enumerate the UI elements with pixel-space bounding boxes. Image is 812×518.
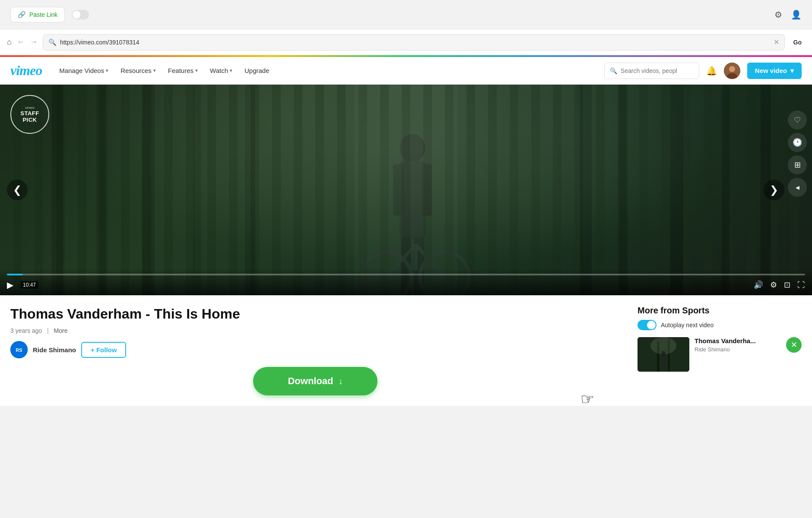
settings-icon: ⚙	[774, 10, 782, 19]
captions-icon: ⊡	[784, 281, 790, 289]
prev-icon: ❮	[13, 184, 22, 196]
share-icon: ◂	[796, 183, 799, 192]
upgrade-nav[interactable]: Upgrade	[239, 63, 275, 78]
url-input[interactable]	[60, 39, 770, 46]
features-nav[interactable]: Features ▾	[163, 63, 203, 78]
resources-nav[interactable]: Resources ▾	[115, 63, 161, 78]
back-icon[interactable]: ←	[17, 38, 25, 47]
prev-video-button[interactable]: ❮	[7, 180, 28, 200]
progress-fill	[7, 274, 23, 275]
next-video-button[interactable]: ❯	[764, 180, 784, 200]
toggle-button[interactable]	[72, 10, 89, 19]
svg-rect-7	[193, 85, 201, 295]
resources-chevron: ▾	[153, 68, 156, 73]
url-bar: 🔍 ✕	[43, 34, 785, 51]
video-age: 3 years ago	[10, 327, 42, 334]
resources-label: Resources	[121, 67, 152, 74]
follow-button[interactable]: + Follow	[81, 342, 126, 358]
side-icons: ♡ 🕐 ⊞ ◂	[788, 111, 807, 197]
features-label: Features	[168, 67, 193, 74]
collections-button[interactable]: ⊞	[788, 155, 807, 174]
below-video: Thomas Vanderham - This Is Home 3 years …	[0, 295, 812, 406]
autoplay-label: Autoplay next video	[661, 322, 714, 328]
watch-later-button[interactable]: 🕐	[788, 133, 807, 152]
link-icon: 🔗	[18, 11, 26, 19]
video-more-link[interactable]: More	[54, 327, 68, 334]
next-video-thumbnail[interactable]	[638, 337, 689, 372]
new-video-label: New video	[755, 67, 787, 74]
svg-rect-10	[619, 85, 628, 295]
channel-name: Ride Shimano	[33, 346, 76, 354]
svg-rect-34	[661, 356, 666, 367]
next-video-card: Thomas Vanderha... Ride Shimano ✕	[638, 337, 802, 372]
go-button[interactable]: Go	[790, 39, 805, 46]
download-button[interactable]: Download ↓	[253, 367, 377, 395]
notification-bell[interactable]: 🔔	[706, 66, 717, 76]
play-button[interactable]: ▶	[7, 280, 13, 290]
nav-search-icon: 🔍	[610, 67, 617, 74]
controls-row: ▶ 10:47 🔊 ⚙ ⊡ ⛶	[7, 280, 805, 290]
more-from-sports: More from Sports Autoplay next video	[638, 306, 802, 395]
next-video-title[interactable]: Thomas Vanderha...	[695, 337, 781, 344]
svg-rect-18	[393, 164, 403, 215]
video-player[interactable]: vimeo STAFFPICK ♡ 🕐 ⊞ ◂ ❮ ❯	[0, 85, 812, 295]
paste-link-button[interactable]: 🔗 Paste Link	[10, 7, 65, 22]
manage-videos-label: Manage Videos	[59, 67, 104, 74]
watch-nav[interactable]: Watch ▾	[205, 63, 238, 78]
top-bar-right: ⚙ 👤	[774, 9, 802, 20]
volume-icon: 🔊	[754, 281, 763, 289]
autoplay-toggle[interactable]	[638, 320, 657, 330]
fullscreen-button[interactable]: ⛶	[797, 281, 805, 290]
close-button[interactable]: ✕	[786, 337, 802, 353]
captions-button[interactable]: ⊡	[784, 280, 790, 290]
video-meta: 3 years ago | More	[10, 327, 620, 334]
svg-rect-8	[245, 85, 255, 295]
settings-icon-button[interactable]: ⚙	[774, 9, 782, 20]
search-icon: 🔍	[48, 38, 57, 46]
svg-rect-19	[422, 164, 432, 215]
next-icon: ❯	[770, 184, 778, 196]
controls-right: 🔊 ⚙ ⊡ ⛶	[754, 280, 805, 290]
home-icon[interactable]: ⌂	[7, 38, 12, 47]
nav-links: Manage Videos ▾ Resources ▾ Features ▾ W…	[54, 63, 274, 78]
new-video-button[interactable]: New video ▾	[747, 63, 802, 79]
volume-button[interactable]: 🔊	[754, 280, 763, 290]
download-icon: ↓	[339, 376, 343, 386]
vimeo-nav: vimeo Manage Videos ▾ Resources ▾ Featur…	[0, 57, 812, 85]
like-button[interactable]: ♡	[788, 111, 807, 130]
svg-rect-4	[51, 85, 63, 295]
svg-rect-6	[142, 85, 155, 295]
staff-pick-text: STAFFPICK	[20, 111, 39, 123]
video-controls: ▶ 10:47 🔊 ⚙ ⊡ ⛶	[0, 268, 812, 295]
svg-rect-5	[97, 85, 106, 295]
user-avatar[interactable]	[724, 63, 740, 79]
video-settings-icon: ⚙	[770, 281, 777, 289]
nav-search-input[interactable]	[621, 67, 696, 74]
search-box[interactable]: 🔍	[604, 63, 699, 79]
close-icon: ✕	[791, 340, 797, 350]
video-info: Thomas Vanderham - This Is Home 3 years …	[10, 306, 620, 395]
profile-icon-button[interactable]: 👤	[791, 9, 802, 20]
video-background: vimeo STAFFPICK ♡ 🕐 ⊞ ◂ ❮ ❯	[0, 85, 812, 295]
browser-bar: ⌂ ← → 🔍 ✕ Go	[0, 29, 812, 55]
video-settings-button[interactable]: ⚙	[770, 280, 777, 290]
progress-bar[interactable]	[7, 274, 805, 275]
nav-right: 🔍 🔔 New video ▾	[604, 63, 802, 79]
watch-label: Watch	[210, 67, 228, 74]
video-title: Thomas Vanderham - This Is Home	[10, 306, 620, 322]
layers-icon: ⊞	[794, 160, 801, 170]
vimeo-logo: vimeo	[10, 63, 42, 79]
channel-row: RS Ride Shimano + Follow	[10, 341, 620, 358]
manage-videos-chevron: ▾	[106, 68, 108, 73]
share-button[interactable]: ◂	[788, 178, 807, 197]
manage-videos-nav[interactable]: Manage Videos ▾	[54, 63, 114, 78]
next-video-channel: Ride Shimano	[695, 346, 781, 353]
clock-icon: 🕐	[793, 138, 802, 147]
staff-pick-badge: vimeo STAFFPICK	[10, 95, 49, 134]
staff-pick-vimeo: vimeo	[25, 106, 34, 110]
next-video-info: Thomas Vanderha... Ride Shimano	[695, 337, 781, 353]
top-bar: 🔗 Paste Link ⚙ 👤	[0, 0, 812, 29]
forward-icon[interactable]: →	[30, 38, 38, 47]
url-clear-icon[interactable]: ✕	[774, 38, 779, 46]
svg-text:RS: RS	[16, 347, 22, 353]
